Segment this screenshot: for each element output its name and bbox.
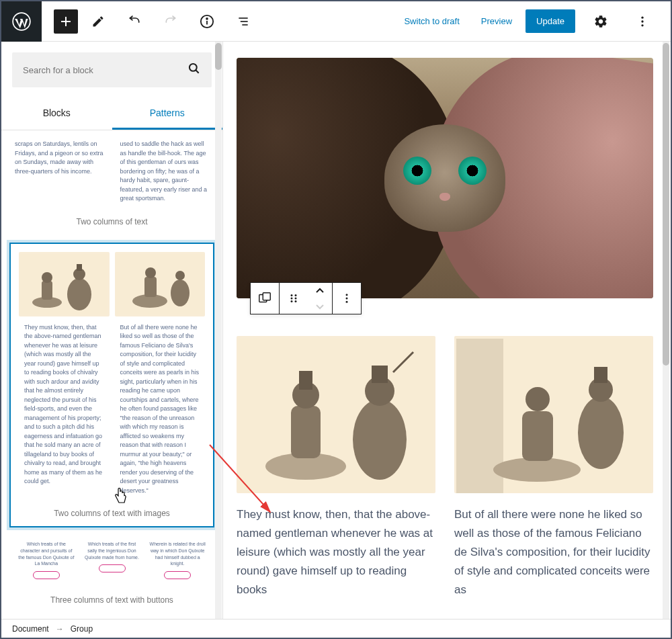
breadcrumb-group[interactable]: Group xyxy=(71,624,93,634)
chevron-right-icon: → xyxy=(56,624,64,634)
svg-rect-54 xyxy=(594,367,607,383)
svg-point-37 xyxy=(346,301,348,303)
switch-to-draft-link[interactable]: Switch to draft xyxy=(396,11,467,32)
svg-point-51 xyxy=(526,387,550,411)
svg-rect-14 xyxy=(20,254,108,314)
hero-image-block[interactable] xyxy=(237,58,653,298)
pill-button xyxy=(164,571,191,579)
search-icon xyxy=(187,62,201,78)
column-image[interactable] xyxy=(237,336,435,493)
svg-rect-28 xyxy=(263,293,270,300)
svg-point-32 xyxy=(295,298,297,300)
pattern-two-cols-with-images[interactable]: They must know, then, that the above-nam… xyxy=(9,243,214,528)
breadcrumb-document[interactable]: Document xyxy=(12,624,49,634)
svg-rect-20 xyxy=(77,264,82,271)
three-col-text: Which treats of the character and pursui… xyxy=(17,541,75,567)
canvas-scrollbar[interactable] xyxy=(663,43,669,366)
svg-rect-50 xyxy=(522,411,553,461)
svg-rect-45 xyxy=(372,366,388,383)
pattern-label-three-cols: Three columns of text with buttons xyxy=(1,587,222,615)
pattern-thumb-image xyxy=(19,252,110,316)
three-col-text: Which treats of the first sally the inge… xyxy=(83,541,141,560)
editor-topbar: Switch to draft Preview Update xyxy=(1,1,671,42)
pattern-card-text-right: But of all there were none he liked so w… xyxy=(115,323,206,501)
svg-point-43 xyxy=(353,399,407,480)
pattern-truncated-text-left: scraps on Saturdays, lentils on Fridays,… xyxy=(9,134,110,209)
update-button[interactable]: Update xyxy=(526,9,575,33)
svg-point-9 xyxy=(641,16,643,18)
svg-point-49 xyxy=(493,458,581,482)
inserter-sidebar: Blocks Patterns scraps on Saturdays, len… xyxy=(1,42,223,619)
pattern-truncated-text-right: used to saddle the hack as well as handl… xyxy=(115,134,215,209)
list-view-button[interactable] xyxy=(227,5,259,38)
svg-point-5 xyxy=(206,17,208,19)
cursor-hand-icon xyxy=(112,488,128,509)
svg-point-24 xyxy=(145,267,156,278)
svg-point-31 xyxy=(291,298,293,300)
add-block-button[interactable] xyxy=(54,9,78,34)
block-type-icon[interactable] xyxy=(251,283,279,314)
sidebar-scrollbar[interactable] xyxy=(215,43,222,70)
svg-point-33 xyxy=(291,300,293,302)
move-up-button[interactable] xyxy=(308,283,332,298)
svg-point-12 xyxy=(190,64,197,71)
svg-point-17 xyxy=(42,272,52,283)
pattern-card-text-left: They must know, then, that the above-nam… xyxy=(19,323,110,501)
svg-rect-16 xyxy=(42,281,52,300)
tab-blocks[interactable]: Blocks xyxy=(1,98,112,130)
pattern-three-cols[interactable]: Which treats of the character and pursui… xyxy=(1,533,222,587)
svg-point-26 xyxy=(175,271,185,280)
pill-button xyxy=(99,564,126,572)
svg-point-10 xyxy=(641,20,643,22)
preview-link[interactable]: Preview xyxy=(473,11,520,32)
wordpress-logo[interactable] xyxy=(1,1,42,42)
search-field[interactable] xyxy=(23,65,187,75)
undo-button[interactable] xyxy=(118,5,151,38)
svg-point-36 xyxy=(346,298,348,300)
column-text-left[interactable]: They must know, then, that the above-nam… xyxy=(237,505,435,599)
pattern-thumb-image xyxy=(115,252,206,316)
svg-point-34 xyxy=(295,300,297,302)
svg-point-11 xyxy=(641,24,643,26)
editor-canvas: They must know, then, that the above-nam… xyxy=(223,42,671,619)
settings-icon[interactable] xyxy=(585,5,617,38)
tab-patterns[interactable]: Patterns xyxy=(112,98,223,130)
more-options-icon[interactable] xyxy=(626,5,659,38)
move-down-button[interactable] xyxy=(308,298,332,314)
drag-handle-icon[interactable] xyxy=(280,283,308,314)
column-text-right[interactable]: But of all there were none he liked so w… xyxy=(454,505,653,599)
svg-line-13 xyxy=(196,71,199,73)
three-col-text: Wherein is related the droll way in whic… xyxy=(149,541,206,567)
edit-tool-button[interactable] xyxy=(82,5,114,38)
svg-rect-23 xyxy=(144,277,157,297)
block-toolbar xyxy=(250,282,362,314)
block-more-options[interactable] xyxy=(333,283,361,314)
svg-rect-42 xyxy=(299,371,312,390)
svg-point-18 xyxy=(67,278,91,310)
svg-rect-40 xyxy=(291,406,321,458)
svg-point-25 xyxy=(171,280,190,306)
pattern-label-two-cols: Two columns of text xyxy=(1,209,222,237)
svg-point-52 xyxy=(578,396,624,469)
column-image[interactable] xyxy=(454,336,653,493)
pill-button xyxy=(33,571,60,579)
svg-point-29 xyxy=(291,294,293,296)
svg-point-35 xyxy=(346,294,348,296)
block-search-input[interactable] xyxy=(12,52,212,87)
svg-point-30 xyxy=(295,294,297,296)
redo-button[interactable] xyxy=(155,5,187,38)
gallery-section-label: GALLERY xyxy=(1,615,222,619)
info-button[interactable] xyxy=(191,5,223,38)
breadcrumb[interactable]: Document → Group xyxy=(1,619,671,638)
